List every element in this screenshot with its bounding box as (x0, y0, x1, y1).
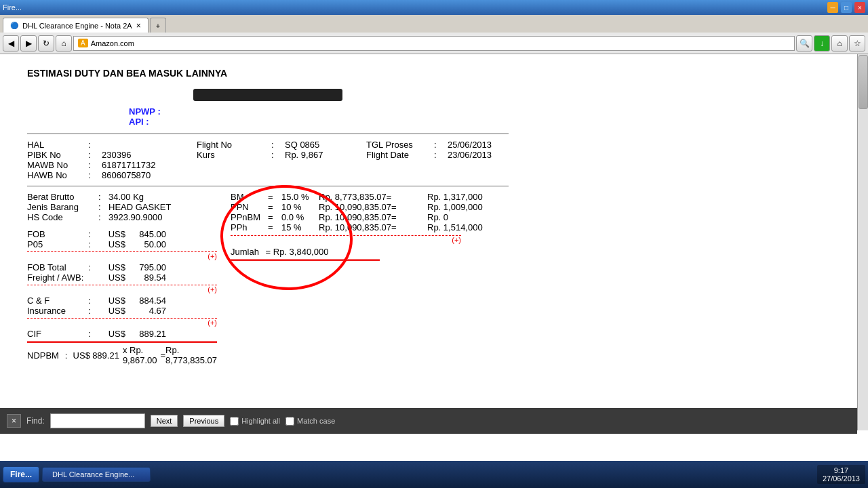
fob-total-curr: US$ (98, 262, 125, 272)
match-case-checkbox[interactable]: Match case (285, 417, 335, 426)
right-calc-section: BM = 15.0 % Rp. 8,773,835.07= Rp. 1,317,… (231, 192, 509, 365)
info-row-3: MAWB No : 61871711732 (27, 160, 509, 170)
hs-value: 3923.90.9000 (108, 212, 171, 222)
jenis-label: Jenis Barang (27, 202, 98, 212)
address-text: Amazon.com (91, 39, 134, 47)
info-row-4: HAWB No : 8606075870 (27, 170, 509, 180)
p05-row: P05 : US$ 50.00 (27, 239, 166, 249)
double-separator (27, 341, 217, 343)
match-case-input[interactable] (285, 417, 294, 426)
highlight-all-checkbox[interactable]: Highlight all (230, 417, 280, 426)
start-button[interactable]: Fire... (3, 466, 39, 483)
taskbar-browser-item[interactable]: DHL Clearance Engine... (42, 467, 151, 482)
ndpbm-row: NDPBM : US$ 889.21 x Rp. 9,867.00 = Rp. … (27, 345, 217, 365)
highlight-all-input[interactable] (230, 417, 239, 426)
scrollbar-track[interactable] (857, 54, 868, 430)
flight-no-value: SQ 0865 (285, 140, 366, 150)
address-bar[interactable]: A Amazon.com (73, 36, 795, 51)
new-tab-button[interactable]: + (150, 18, 166, 33)
home2-button[interactable]: ⌂ (831, 35, 848, 52)
tab-bar: 🔵 DHL Clearance Engine - Nota 2A × + (0, 15, 868, 33)
pph-base: Rp. 10,090,835.07= (319, 222, 427, 232)
title-bar: Fire... ─ □ × (0, 0, 868, 15)
tax-table: BM = 15.0 % Rp. 8,773,835.07= Rp. 1,317,… (231, 192, 483, 232)
fob-total-colon: : (88, 262, 98, 272)
separator-plus3: (+) (27, 318, 217, 327)
maximize-button[interactable]: □ (841, 2, 852, 13)
fob-section: FOB : US$ 845.00 P05 : US$ 50.00 (27, 229, 217, 365)
pibk-colon: : (88, 150, 102, 160)
ndpbm-table: NDPBM : US$ 889.21 x Rp. 9,867.00 = Rp. … (27, 345, 217, 365)
ppnbm-pct: 0.0 % (281, 212, 319, 222)
p05-value: 50.00 (125, 239, 166, 249)
cif-label: CIF (27, 329, 88, 339)
redacted-name (193, 89, 342, 101)
find-input[interactable] (50, 413, 145, 428)
back-button[interactable]: ◀ (3, 35, 19, 52)
freight-row: Freight / AWB: US$ 89.54 (27, 272, 166, 283)
cif-value: 889.21 (125, 329, 166, 339)
nav-bar: ◀ ▶ ↻ ⌂ A Amazon.com 🔍 ↓ ⌂ ☆ (0, 33, 868, 54)
hawb-label: HAWB No (27, 170, 88, 180)
pph-eq: = (268, 222, 281, 232)
download-button[interactable]: ↓ (814, 35, 830, 52)
flight-no-colon: : (271, 140, 285, 150)
tax-separator: (+) (231, 235, 461, 244)
active-tab[interactable]: 🔵 DHL Clearance Engine - Nota 2A × (3, 18, 149, 33)
hs-colon: : (98, 212, 108, 222)
jenis-value: HEAD GASKET (108, 202, 171, 212)
insurance-colon: : (88, 306, 98, 316)
freight-value: 89.54 (125, 272, 166, 283)
pph-row: PPh = 15 % Rp. 10,090,835.07= Rp. 1,514,… (231, 222, 483, 232)
ppnbm-eq: = (268, 212, 281, 222)
cif-curr: US$ (98, 329, 125, 339)
cf-table: C & F : US$ 884.54 Insurance : US$ 4.67 (27, 296, 166, 316)
ppnbm-name: PPnBM (231, 212, 268, 222)
clock-time: 9:17 (834, 466, 848, 474)
info-table: HAL : Flight No : SQ 0865 TGL Proses : 2… (27, 140, 509, 180)
ppn-result: Rp. 1,009,000 (427, 202, 483, 212)
pph-result: Rp. 1,514,000 (427, 222, 483, 232)
find-close-button[interactable]: × (7, 414, 21, 428)
freight-label: Freight / AWB: (27, 272, 98, 283)
close-button[interactable]: × (854, 2, 865, 13)
fob-total-value: 795.00 (125, 262, 166, 272)
cif-table: CIF : US$ 889.21 (27, 329, 166, 339)
pibk-value: 230396 (102, 150, 197, 160)
p05-curr: US$ (98, 239, 125, 249)
bookmark-button[interactable]: ☆ (849, 35, 865, 52)
cf-curr: US$ (98, 296, 125, 306)
left-calc-section: Berat Brutto : 34.00 Kg Jenis Barang : H… (27, 192, 217, 365)
jenis-row: Jenis Barang : HEAD GASKET (27, 202, 171, 212)
bm-result: Rp. 1,317,000 (427, 192, 483, 202)
separator-plus2: (+) (27, 285, 217, 293)
ppn-base: Rp. 10,090,835.07= (319, 202, 427, 212)
flight-date-value: 23/06/2013 (448, 150, 509, 160)
scrollbar-thumb[interactable] (859, 55, 868, 109)
forward-button[interactable]: ▶ (20, 35, 37, 52)
kurs-value: Rp. 9,867 (285, 150, 366, 160)
address-icon: A (78, 39, 88, 47)
home-button[interactable]: ⌂ (56, 35, 72, 52)
pph-pct: 15 % (281, 222, 319, 232)
find-bar: × Find: Next Previous Highlight all Matc… (0, 408, 857, 434)
jumlah-double-line (231, 259, 380, 261)
ndpbm-value: 889.21 (90, 345, 119, 365)
p05-label: P05 (27, 239, 88, 249)
find-label: Find: (26, 416, 45, 426)
kurs-label: Kurs (197, 150, 271, 160)
info-row-2: PIBK No : 230396 Kurs : Rp. 9,867 Flight… (27, 150, 509, 160)
insurance-value: 4.67 (125, 306, 166, 316)
bm-base: Rp. 8,773,835.07= (319, 192, 427, 202)
hawb-colon: : (88, 170, 102, 180)
fob-total-label: FOB Total (27, 262, 88, 272)
freight-curr: US$ (98, 272, 125, 283)
hal-colon: : (88, 140, 102, 150)
minimize-button[interactable]: ─ (827, 2, 838, 13)
refresh-button[interactable]: ↻ (38, 35, 54, 52)
find-previous-button[interactable]: Previous (183, 415, 224, 427)
fobtotal-table: FOB Total : US$ 795.00 Freight / AWB: US… (27, 262, 166, 283)
find-next-button[interactable]: Next (151, 415, 178, 427)
tab-close-icon[interactable]: × (136, 21, 141, 30)
search-button[interactable]: 🔍 (796, 35, 812, 52)
